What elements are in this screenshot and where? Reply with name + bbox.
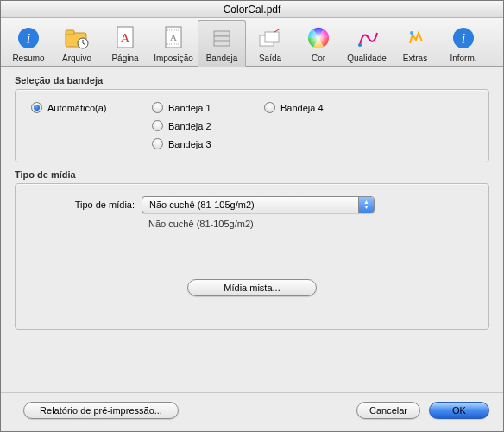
radio-bandeja-1[interactable]: Bandeja 1 <box>152 102 264 113</box>
media-type-group: Tipo de mídia Tipo de mídia: Não cuchê (… <box>15 169 489 330</box>
radio-label: Bandeja 1 <box>168 103 211 113</box>
toolbar-label: Página <box>111 54 138 63</box>
ok-button[interactable]: OK <box>429 402 489 419</box>
radio-bandeja-2[interactable]: Bandeja 2 <box>152 120 264 131</box>
footer: Relatório de pré-impressão... Cancelar O… <box>1 392 503 431</box>
folder-clock-icon <box>63 24 91 52</box>
select-arrows-icon: ▲▼ <box>358 197 374 213</box>
toolbar: i Resumo Arquivo A Página A Imposição <box>1 18 503 67</box>
toolbar-item-cor[interactable]: Cor <box>294 20 343 66</box>
svg-text:A: A <box>121 31 130 45</box>
info-icon: i <box>15 24 42 52</box>
mixed-media-button[interactable]: Mídia mista... <box>187 279 317 296</box>
svg-rect-3 <box>66 30 74 35</box>
info-blue-icon: i <box>450 24 477 52</box>
color-wheel-icon <box>305 24 332 52</box>
toolbar-item-resumo[interactable]: i Resumo <box>4 20 53 66</box>
toolbar-label: Extras <box>403 54 427 63</box>
radio-dot-icon <box>152 102 163 113</box>
radio-bandeja-4[interactable]: Bandeja 4 <box>264 102 368 113</box>
svg-point-17 <box>358 43 362 47</box>
tray-selection-title: Seleção da bandeja <box>15 75 489 86</box>
svg-point-16 <box>308 28 329 48</box>
svg-text:i: i <box>27 31 30 46</box>
extras-icon <box>401 24 429 52</box>
media-type-subtext: Não cuchê (81-105g/m2) <box>148 219 473 229</box>
media-type-label: Tipo de mídia: <box>57 200 135 210</box>
toolbar-item-qualidade[interactable]: Qualidade <box>343 20 391 66</box>
select-value: Não cuchê (81-105g/m2) <box>149 200 255 210</box>
radio-dot-icon <box>31 102 42 113</box>
radio-dot-icon <box>152 138 163 149</box>
radio-label: Automático(a) <box>47 103 106 113</box>
radio-dot-icon <box>152 120 163 131</box>
toolbar-item-bandeja[interactable]: Bandeja <box>198 20 246 67</box>
svg-point-18 <box>410 31 413 35</box>
radio-label: Bandeja 2 <box>168 121 211 131</box>
toolbar-item-inform[interactable]: i Inform. <box>439 20 488 66</box>
tray-selection-group: Seleção da bandeja Automático(a) Bandeja… <box>15 75 489 162</box>
tray-icon <box>208 24 236 52</box>
toolbar-label: Saída <box>259 54 281 63</box>
toolbar-label: Resumo <box>12 54 44 63</box>
toolbar-label: Bandeja <box>206 54 238 63</box>
imposition-icon: A <box>160 24 187 52</box>
cancel-button[interactable]: Cancelar <box>356 402 420 419</box>
svg-text:i: i <box>462 31 465 46</box>
quality-icon <box>353 24 381 52</box>
window-title: ColorCal.pdf <box>1 1 503 18</box>
radio-label: Bandeja 3 <box>168 139 211 149</box>
media-type-select[interactable]: Não cuchê (81-105g/m2) ▲▼ <box>142 196 375 213</box>
media-type-title: Tipo de mídia <box>15 169 489 180</box>
svg-text:A: A <box>170 32 177 42</box>
radio-automatico[interactable]: Automático(a) <box>31 102 152 113</box>
toolbar-label: Cor <box>312 54 325 63</box>
toolbar-item-extras[interactable]: Extras <box>391 20 439 66</box>
toolbar-item-imposicao[interactable]: A Imposição <box>149 20 198 66</box>
radio-label: Bandeja 4 <box>280 103 324 113</box>
dialog-window: ColorCal.pdf i Resumo Arquivo A Página A… <box>0 0 504 432</box>
content-area: Seleção da bandeja Automático(a) Bandeja… <box>1 67 503 392</box>
toolbar-label: Inform. <box>450 54 476 63</box>
svg-rect-15 <box>265 32 279 42</box>
svg-rect-11 <box>214 31 230 35</box>
toolbar-label: Arquivo <box>62 54 91 63</box>
prepress-report-button[interactable]: Relatório de pré-impressão... <box>23 402 179 419</box>
radio-dot-icon <box>264 102 275 113</box>
svg-rect-12 <box>214 36 230 41</box>
page-icon: A <box>111 24 139 52</box>
toolbar-item-saida[interactable]: Saída <box>246 20 294 66</box>
output-icon <box>256 24 284 52</box>
media-type-box: Tipo de mídia: Não cuchê (81-105g/m2) ▲▼… <box>15 183 489 330</box>
tray-selection-box: Automático(a) Bandeja 1 Bandeja 2 <box>15 89 489 162</box>
toolbar-label: Qualidade <box>347 54 387 63</box>
toolbar-item-arquivo[interactable]: Arquivo <box>53 20 101 66</box>
toolbar-label: Imposição <box>154 54 193 63</box>
radio-bandeja-3[interactable]: Bandeja 3 <box>152 138 264 149</box>
svg-rect-13 <box>214 41 230 46</box>
toolbar-item-pagina[interactable]: A Página <box>101 20 149 66</box>
